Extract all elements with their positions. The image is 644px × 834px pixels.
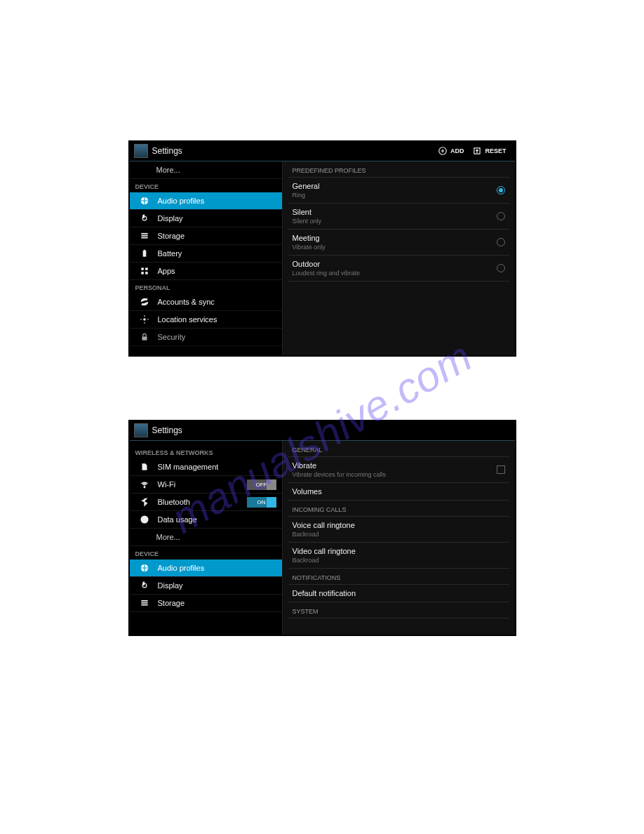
sidebar-section-personal: PERSONAL xyxy=(130,280,282,293)
sidebar-item-label: Storage xyxy=(158,599,185,607)
storage-icon xyxy=(138,231,151,241)
sidebar-item-apps[interactable]: Apps xyxy=(130,263,282,280)
content-pane[interactable]: GENERAL Vibrate Vibrate devices for inco… xyxy=(283,441,515,635)
audio-profiles-icon xyxy=(138,196,151,206)
sidebar-item-display[interactable]: Display xyxy=(130,577,282,595)
app-header: Settings ADD RESET xyxy=(130,140,515,161)
section-notifications: NOTIFICATIONS xyxy=(288,569,509,585)
battery-icon xyxy=(138,249,151,258)
radio-unselected[interactable] xyxy=(497,212,505,220)
settings-app-icon xyxy=(134,423,148,437)
svg-rect-3 xyxy=(141,233,147,234)
display-icon xyxy=(138,581,151,590)
sidebar-item-label: Storage xyxy=(158,232,185,240)
svg-rect-5 xyxy=(141,237,147,239)
add-button[interactable]: ADD xyxy=(434,146,469,156)
row-subtitle: Silent only xyxy=(293,218,497,225)
profile-row-silent[interactable]: Silent Silent only xyxy=(288,204,509,230)
export-icon xyxy=(472,146,482,156)
svg-rect-7 xyxy=(143,250,145,251)
row-subtitle: Backroad xyxy=(293,557,505,564)
row-vibrate[interactable]: Vibrate Vibrate devices for incoming cal… xyxy=(288,457,509,483)
row-voice-ringtone[interactable]: Voice call ringtone Backroad xyxy=(288,517,509,543)
sidebar-item-more[interactable]: More... xyxy=(130,529,282,546)
sidebar-item-label: SIM management xyxy=(158,463,219,471)
sidebar-item-label: Location services xyxy=(158,315,217,324)
row-title: Silent xyxy=(293,208,497,216)
sidebar-item-security[interactable]: Security xyxy=(130,329,282,346)
storage-icon xyxy=(138,598,151,608)
row-default-notification[interactable]: Default notification xyxy=(288,585,509,602)
row-title: Video call ringtone xyxy=(293,547,505,555)
svg-point-12 xyxy=(143,318,146,321)
sidebar-item-bluetooth[interactable]: Bluetooth ON xyxy=(130,494,282,511)
row-title: Voice call ringtone xyxy=(293,521,505,529)
profile-row-general[interactable]: General Ring xyxy=(288,178,509,204)
sidebar-item-location[interactable]: Location services xyxy=(130,311,282,329)
sidebar-item-data-usage[interactable]: Data usage xyxy=(130,511,282,529)
lock-icon xyxy=(138,332,151,342)
radio-unselected[interactable] xyxy=(497,238,505,246)
wifi-icon xyxy=(138,479,151,489)
radio-unselected[interactable] xyxy=(497,264,505,272)
sidebar-section-device: DEVICE xyxy=(130,546,282,560)
row-subtitle: Vibrate devices for incoming calls xyxy=(293,471,497,478)
sidebar-item-label: Apps xyxy=(158,267,175,275)
sidebar-item-audio-profiles[interactable]: Audio profiles xyxy=(130,192,282,210)
svg-point-15 xyxy=(141,516,147,522)
svg-rect-19 xyxy=(141,602,147,604)
sidebar-item-label: Bluetooth xyxy=(158,498,190,506)
row-volumes[interactable]: Volumes xyxy=(288,483,509,501)
svg-rect-20 xyxy=(141,604,147,606)
sidebar-item-label: Accounts & sync xyxy=(158,298,215,306)
settings-app-icon xyxy=(134,144,148,158)
sidebar-item-more[interactable]: More... xyxy=(130,161,282,179)
sidebar-item-battery[interactable]: Battery xyxy=(130,245,282,263)
sidebar-item-accounts-sync[interactable]: Accounts & sync xyxy=(130,293,282,311)
row-title: Meeting xyxy=(293,234,497,242)
sidebar-item-label: Wi-Fi xyxy=(158,480,176,489)
row-subtitle: Ring xyxy=(293,192,497,199)
bluetooth-toggle[interactable]: ON xyxy=(247,497,276,508)
svg-rect-11 xyxy=(145,272,148,274)
profile-row-outdoor[interactable]: Outdoor Loudest ring and vibrate xyxy=(288,256,509,282)
wifi-toggle[interactable]: OFF xyxy=(247,479,276,490)
svg-rect-4 xyxy=(141,235,147,237)
screenshot-audio-profiles: Settings ADD RESET More... DEVICE Audio … xyxy=(128,140,516,357)
settings-sidebar[interactable]: More... DEVICE Audio profiles Display St… xyxy=(130,161,283,355)
svg-rect-13 xyxy=(142,336,147,340)
audio-profiles-icon xyxy=(138,563,151,573)
sidebar-item-label: Battery xyxy=(158,249,182,258)
svg-rect-10 xyxy=(141,272,144,274)
row-subtitle: Vibrate only xyxy=(293,244,497,251)
sidebar-item-label: Data usage xyxy=(158,515,197,524)
section-system: SYSTEM xyxy=(288,602,509,618)
app-title: Settings xyxy=(152,425,511,435)
sidebar-item-storage[interactable]: Storage xyxy=(130,595,282,612)
sim-icon xyxy=(138,462,151,472)
sidebar-item-storage[interactable]: Storage xyxy=(130,227,282,245)
add-label: ADD xyxy=(450,147,464,154)
svg-rect-6 xyxy=(142,251,146,257)
svg-rect-18 xyxy=(141,600,147,602)
sidebar-item-label: Display xyxy=(158,581,183,590)
settings-sidebar[interactable]: WIRELESS & NETWORKS SIM management Wi-Fi… xyxy=(130,441,283,635)
sidebar-item-label: Security xyxy=(158,333,186,341)
sidebar-item-wifi[interactable]: Wi-Fi OFF xyxy=(130,476,282,494)
sidebar-item-label: Display xyxy=(158,214,183,223)
sidebar-item-audio-profiles[interactable]: Audio profiles xyxy=(130,560,282,577)
row-video-ringtone[interactable]: Video call ringtone Backroad xyxy=(288,543,509,569)
profile-row-meeting[interactable]: Meeting Vibrate only xyxy=(288,230,509,256)
location-icon xyxy=(138,315,151,324)
reset-button[interactable]: RESET xyxy=(468,146,510,156)
section-incoming-calls: INCOMING CALLS xyxy=(288,501,509,517)
svg-rect-9 xyxy=(145,267,148,270)
svg-rect-8 xyxy=(141,267,144,270)
sidebar-section-device: DEVICE xyxy=(130,179,282,192)
sidebar-item-sim[interactable]: SIM management xyxy=(130,458,282,476)
reset-label: RESET xyxy=(485,147,506,154)
sidebar-item-display[interactable]: Display xyxy=(130,210,282,227)
radio-selected[interactable] xyxy=(497,186,505,194)
content-pane[interactable]: PREDEFINED PROFILES General Ring Silent … xyxy=(283,161,515,355)
vibrate-checkbox[interactable] xyxy=(497,465,505,474)
